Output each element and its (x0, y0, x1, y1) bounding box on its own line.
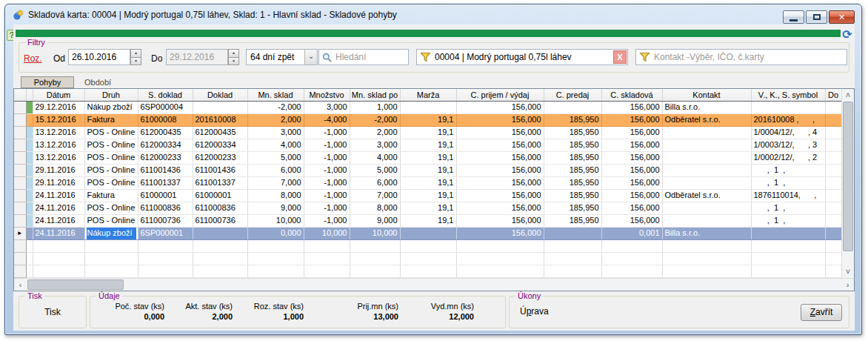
search-field[interactable] (318, 49, 409, 65)
cell-druh[interactable]: Nákup zboží (84, 101, 138, 113)
cell-mnozstvo[interactable]: -1,000 (304, 214, 350, 227)
cell-c_skladova[interactable]: 156,000 (601, 176, 662, 189)
table-row[interactable]: 29.11.2016POS - Online611001337611001337… (14, 176, 841, 189)
cell-datum[interactable]: 24.11.2016 (33, 214, 84, 227)
cell-c_prijem_vydaj[interactable]: 156,000 (456, 139, 544, 151)
cell-c_skladova[interactable]: 156,000 (601, 214, 662, 227)
cell-druh[interactable]: POS - Online (84, 139, 138, 151)
column-header-do[interactable]: Do (825, 89, 841, 101)
cell-c_predaj[interactable]: 185,950 (544, 151, 601, 164)
scroll-right-icon[interactable]: › (841, 279, 854, 291)
cell-s_doklad[interactable]: 612000233 (138, 151, 193, 164)
row-selector[interactable] (14, 113, 26, 126)
date-from-stepper[interactable]: ▲ ▼ (130, 49, 141, 65)
scroll-up-icon[interactable]: ˄ (842, 89, 854, 102)
cell-mnozstvo[interactable]: -4,000 (304, 113, 350, 126)
cell-kontakt[interactable] (662, 176, 751, 189)
spin-down-icon[interactable]: ▼ (228, 58, 239, 66)
clear-filter-button[interactable]: X (613, 50, 627, 64)
cell-kontakt[interactable] (662, 164, 751, 176)
cell-c_prijem_vydaj[interactable]: 156,000 (456, 227, 544, 239)
cell-c_prijem_vydaj[interactable]: 156,000 (456, 189, 544, 202)
column-header-sel[interactable] (14, 89, 26, 101)
cell-kontakt[interactable] (662, 151, 751, 164)
cell-c_prijem_vydaj[interactable]: 156,000 (456, 126, 544, 139)
cell-c_prijem_vydaj[interactable]: 156,000 (456, 202, 544, 214)
cell-mn_sklad[interactable]: 5,000 (247, 151, 304, 164)
cell-doklad[interactable]: 201610008 (193, 113, 247, 126)
cell-doklad[interactable]: 611001436 (193, 164, 247, 176)
roz-link[interactable]: Roz. (24, 53, 42, 64)
cell-mn_sklad[interactable]: 6,000 (247, 164, 304, 176)
cell-mn_sklad_po[interactable]: 10,000 (350, 227, 400, 239)
row-selector[interactable] (14, 265, 26, 277)
cell-kontakt[interactable]: Billa s.r.o. (662, 101, 751, 113)
cell-druh[interactable]: Nákup zboží (84, 227, 138, 239)
cell-vks_symbol[interactable] (751, 101, 825, 113)
cell-datum[interactable]: 29.11.2016 (33, 176, 84, 189)
column-header-strip[interactable] (26, 89, 33, 101)
cell-c_predaj[interactable]: 185,950 (544, 214, 601, 227)
cell-mnozstvo[interactable]: -1,000 (304, 189, 350, 202)
horizontal-scrollbar[interactable]: ‹ › (14, 278, 854, 291)
cell-kontakt[interactable] (662, 202, 751, 214)
vertical-scroll-thumb[interactable] (843, 102, 853, 251)
date-from-input[interactable] (69, 52, 130, 62)
cell-vks_symbol[interactable]: 1876110014, , (751, 189, 825, 202)
date-to-field[interactable] (166, 49, 228, 65)
cell-c_skladova[interactable]: 156,000 (601, 202, 662, 214)
row-selector[interactable] (14, 151, 26, 164)
table-row[interactable]: 24.11.2016Faktura61000001610000018,000-1… (14, 189, 841, 202)
cell-do[interactable] (825, 176, 841, 189)
cell-marza[interactable]: 19,1 (400, 151, 456, 164)
cell-c_skladova[interactable]: 156,000 (601, 113, 662, 126)
row-selector[interactable] (14, 189, 26, 202)
close-button[interactable]: ✕ (829, 10, 855, 24)
cell-datum[interactable]: 13.12.2016 (33, 139, 84, 151)
cell-c_skladova[interactable]: 156,000 (601, 189, 662, 202)
cell-vks_symbol[interactable]: 201610008 , , (751, 113, 825, 126)
cell-do[interactable] (825, 151, 841, 164)
cell-druh[interactable]: POS - Online (84, 164, 138, 176)
edit-action[interactable]: Úprava (520, 306, 549, 317)
product-filter-input[interactable] (432, 52, 613, 62)
spin-up-icon[interactable]: ▲ (228, 49, 239, 58)
cell-mn_sklad_po[interactable]: 8,000 (350, 202, 400, 214)
cell-c_prijem_vydaj[interactable]: 156,000 (456, 113, 544, 126)
cell-mn_sklad[interactable]: 4,000 (247, 139, 304, 151)
horizontal-scroll-thumb[interactable] (27, 279, 124, 290)
table-row[interactable]: 29.12.2016Nákup zboží6SP000004-2,0003,00… (14, 101, 841, 113)
table-row[interactable]: ►24.11.2016Nákup zboží6SP0000010,00010,0… (14, 227, 841, 239)
tab-pohyby[interactable]: Pohyby (21, 76, 74, 88)
column-header-c_skladova[interactable]: C. skladová (601, 89, 662, 101)
cell-c_predaj[interactable]: 185,950 (544, 139, 601, 151)
column-header-mn_sklad_po[interactable]: Mn. sklad po (350, 89, 400, 101)
cell-mn_sklad_po[interactable]: 9,000 (350, 214, 400, 227)
cell-s_doklad[interactable]: 611001337 (138, 176, 193, 189)
cell-marza[interactable]: 19,1 (400, 214, 456, 227)
cell-do[interactable] (825, 214, 841, 227)
table-row[interactable]: 15.12.2016Faktura610000082016100082,000-… (14, 113, 841, 126)
cell-mn_sklad_po[interactable]: 3,000 (350, 139, 400, 151)
cell-vks_symbol[interactable]: 1/0002/12/, , 2 (751, 151, 825, 164)
cell-datum[interactable]: 15.12.2016 (33, 113, 84, 126)
cell-vks_symbol[interactable]: , 1 , (751, 176, 825, 189)
cell-c_skladova[interactable]: 156,000 (601, 101, 662, 113)
cell-doklad[interactable]: 61000001 (193, 189, 247, 202)
column-header-doklad[interactable]: Doklad (193, 89, 247, 101)
cell-marza[interactable] (400, 227, 456, 239)
row-selector[interactable] (14, 164, 26, 176)
table-row[interactable]: 29.11.2016POS - Online611001436611001436… (14, 164, 841, 176)
cell-mn_sklad_po[interactable]: 5,000 (350, 164, 400, 176)
cell-mnozstvo[interactable]: 3,000 (304, 101, 350, 113)
cell-mn_sklad[interactable]: 10,000 (247, 214, 304, 227)
cell-s_doklad[interactable]: 612000435 (138, 126, 193, 139)
row-selector[interactable] (14, 126, 26, 139)
column-header-mn_sklad[interactable]: Mn. sklad (247, 89, 304, 101)
spin-down-icon[interactable]: ▼ (130, 58, 141, 66)
cell-marza[interactable]: 19,1 (400, 126, 456, 139)
cell-datum[interactable]: 24.11.2016 (33, 189, 84, 202)
print-action[interactable]: Tisk (19, 307, 86, 317)
range-dropdown[interactable]: 64 dní zpět ⌄ (246, 49, 318, 65)
cell-vks_symbol[interactable]: 1/0004/12/, , 4 (751, 126, 825, 139)
